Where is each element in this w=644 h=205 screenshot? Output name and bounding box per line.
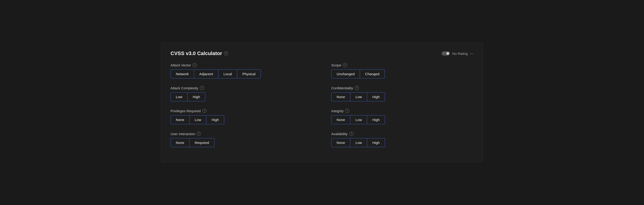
- integrity-help-icon[interactable]: ?: [345, 109, 349, 113]
- section-integrity: Integrity ? None Low High: [331, 109, 474, 124]
- privileges-required-buttons: None Low High: [170, 115, 313, 124]
- attack-complexity-help-icon[interactable]: ?: [200, 86, 204, 90]
- attack-vector-label: Attack Vector ?: [170, 63, 313, 67]
- attack-complexity-label: Attack Complexity ?: [170, 86, 313, 90]
- right-column: Scope ? Unchanged Changed Confidentialit…: [331, 63, 474, 155]
- availability-help-icon[interactable]: ?: [349, 132, 354, 136]
- attack-vector-buttons: Network Adjacent Local Physical: [170, 69, 313, 78]
- user-interaction-buttons: None Required: [170, 138, 313, 147]
- attack-complexity-high[interactable]: High: [188, 92, 205, 101]
- title-help-icon[interactable]: ?: [224, 51, 228, 55]
- title-text: CVSS v3.0 Calculator: [170, 50, 222, 56]
- confidentiality-none[interactable]: None: [331, 92, 350, 101]
- left-column: Attack Vector ? Network Adjacent Local P…: [170, 63, 313, 155]
- attack-vector-help-icon[interactable]: ?: [192, 63, 197, 67]
- privileges-required-low[interactable]: Low: [190, 115, 206, 124]
- attack-vector-physical[interactable]: Physical: [237, 69, 261, 78]
- integrity-text: Integrity: [331, 109, 344, 113]
- scope-help-icon[interactable]: ?: [343, 63, 347, 67]
- section-confidentiality: Confidentiality ? None Low High: [331, 86, 474, 101]
- availability-label: Availability ?: [331, 132, 474, 136]
- user-interaction-label: User Interaction ?: [170, 132, 313, 136]
- confidentiality-label: Confidentiality ?: [331, 86, 474, 90]
- attack-vector-text: Attack Vector: [170, 63, 191, 67]
- attack-vector-network[interactable]: Network: [170, 69, 194, 78]
- main-grid: Attack Vector ? Network Adjacent Local P…: [170, 63, 474, 155]
- attack-complexity-low[interactable]: Low: [170, 92, 188, 101]
- rating-toggle[interactable]: [442, 51, 450, 55]
- integrity-label: Integrity ?: [331, 109, 474, 113]
- scope-buttons: Unchanged Changed: [331, 69, 474, 78]
- confidentiality-text: Confidentiality: [331, 86, 353, 90]
- attack-complexity-buttons: Low High: [170, 92, 313, 101]
- attack-vector-adjacent[interactable]: Adjacent: [194, 69, 218, 78]
- calculator-container: CVSS v3.0 Calculator ? No Rating --- Att…: [161, 43, 483, 162]
- availability-none[interactable]: None: [331, 138, 350, 147]
- section-attack-complexity: Attack Complexity ? Low High: [170, 86, 313, 101]
- availability-low[interactable]: Low: [350, 138, 367, 147]
- confidentiality-high[interactable]: High: [367, 92, 385, 101]
- page-title: CVSS v3.0 Calculator ?: [170, 50, 228, 56]
- section-attack-vector: Attack Vector ? Network Adjacent Local P…: [170, 63, 313, 78]
- section-privileges-required: Privileges Required ? None Low High: [170, 109, 313, 124]
- availability-text: Availability: [331, 132, 348, 136]
- availability-high[interactable]: High: [367, 138, 385, 147]
- scope-changed[interactable]: Changed: [360, 69, 385, 78]
- user-interaction-required[interactable]: Required: [190, 138, 214, 147]
- scope-label: Scope ?: [331, 63, 474, 67]
- privileges-required-label: Privileges Required ?: [170, 109, 313, 113]
- rating-label: No Rating: [452, 52, 468, 55]
- section-availability: Availability ? None Low High: [331, 132, 474, 147]
- availability-buttons: None Low High: [331, 138, 474, 147]
- confidentiality-low[interactable]: Low: [350, 92, 367, 101]
- header: CVSS v3.0 Calculator ? No Rating ---: [170, 50, 474, 56]
- integrity-high[interactable]: High: [367, 115, 385, 124]
- section-user-interaction: User Interaction ? None Required: [170, 132, 313, 147]
- user-interaction-none[interactable]: None: [170, 138, 190, 147]
- user-interaction-text: User Interaction: [170, 132, 195, 136]
- attack-complexity-text: Attack Complexity: [170, 86, 198, 90]
- scope-unchanged[interactable]: Unchanged: [331, 69, 360, 78]
- scope-text: Scope: [331, 63, 341, 67]
- confidentiality-help-icon[interactable]: ?: [355, 86, 359, 90]
- attack-vector-local[interactable]: Local: [218, 69, 238, 78]
- integrity-low[interactable]: Low: [350, 115, 367, 124]
- privileges-required-high[interactable]: High: [206, 115, 224, 124]
- integrity-buttons: None Low High: [331, 115, 474, 124]
- privileges-required-help-icon[interactable]: ?: [202, 109, 206, 113]
- user-interaction-help-icon[interactable]: ?: [197, 132, 201, 136]
- privileges-required-text: Privileges Required: [170, 109, 200, 113]
- rating-value: ---: [470, 52, 474, 55]
- privileges-required-none[interactable]: None: [170, 115, 190, 124]
- confidentiality-buttons: None Low High: [331, 92, 474, 101]
- section-scope: Scope ? Unchanged Changed: [331, 63, 474, 78]
- rating-display: No Rating ---: [442, 51, 474, 55]
- integrity-none[interactable]: None: [331, 115, 350, 124]
